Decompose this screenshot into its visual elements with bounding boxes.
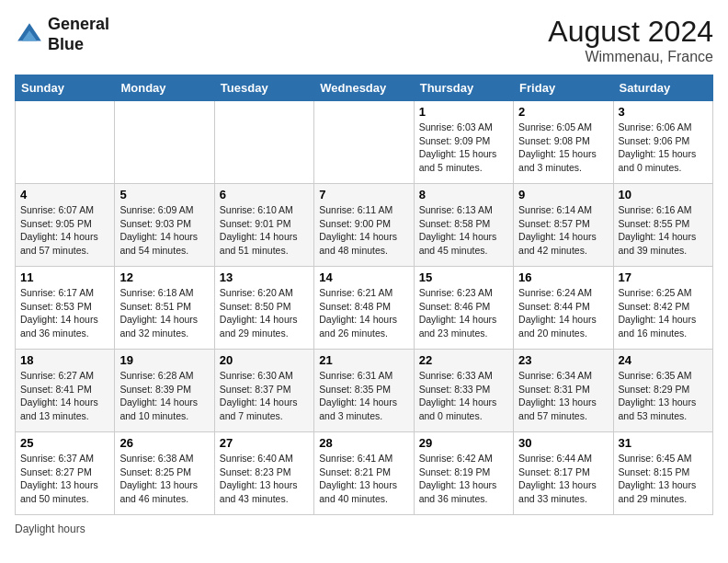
day-info: Sunrise: 6:05 AM Sunset: 9:08 PM Dayligh…	[518, 121, 608, 175]
calendar-cell: 1Sunrise: 6:03 AM Sunset: 9:09 PM Daylig…	[414, 101, 513, 184]
day-of-week-header: Saturday	[613, 75, 712, 101]
calendar-week-row: 25Sunrise: 6:37 AM Sunset: 8:27 PM Dayli…	[16, 432, 713, 515]
day-number: 7	[319, 188, 408, 201]
day-number: 9	[518, 188, 608, 201]
calendar-cell: 6Sunrise: 6:10 AM Sunset: 9:01 PM Daylig…	[214, 184, 313, 267]
calendar-cell	[214, 101, 313, 184]
day-number: 21	[319, 353, 408, 367]
logo-text: General Blue	[48, 15, 109, 54]
day-number: 16	[518, 270, 608, 284]
calendar-cell: 16Sunrise: 6:24 AM Sunset: 8:44 PM Dayli…	[514, 267, 613, 350]
calendar-cell: 9Sunrise: 6:14 AM Sunset: 8:57 PM Daylig…	[514, 184, 613, 267]
day-number: 22	[419, 353, 508, 367]
calendar-cell: 26Sunrise: 6:38 AM Sunset: 8:25 PM Dayli…	[115, 432, 214, 515]
day-number: 17	[619, 270, 708, 284]
day-number: 13	[220, 270, 309, 284]
day-of-week-header: Tuesday	[214, 75, 313, 101]
day-info: Sunrise: 6:24 AM Sunset: 8:44 PM Dayligh…	[518, 286, 608, 340]
month-year: August 2024	[548, 15, 713, 49]
day-info: Sunrise: 6:27 AM Sunset: 8:41 PM Dayligh…	[20, 369, 109, 423]
calendar-cell: 24Sunrise: 6:35 AM Sunset: 8:29 PM Dayli…	[613, 350, 712, 432]
day-info: Sunrise: 6:25 AM Sunset: 8:42 PM Dayligh…	[619, 286, 708, 340]
calendar-table: SundayMondayTuesdayWednesdayThursdayFrid…	[15, 75, 713, 515]
day-info: Sunrise: 6:03 AM Sunset: 9:09 PM Dayligh…	[419, 121, 508, 175]
day-number: 10	[619, 188, 708, 201]
day-of-week-header: Monday	[115, 75, 214, 101]
day-number: 30	[518, 436, 608, 450]
calendar-cell: 21Sunrise: 6:31 AM Sunset: 8:35 PM Dayli…	[314, 350, 414, 432]
day-info: Sunrise: 6:07 AM Sunset: 9:05 PM Dayligh…	[20, 203, 109, 258]
day-info: Sunrise: 6:16 AM Sunset: 8:55 PM Dayligh…	[619, 203, 708, 258]
day-number: 20	[220, 353, 309, 367]
calendar-cell: 31Sunrise: 6:45 AM Sunset: 8:15 PM Dayli…	[613, 432, 712, 515]
day-info: Sunrise: 6:21 AM Sunset: 8:48 PM Dayligh…	[319, 286, 408, 340]
calendar-week-row: 1Sunrise: 6:03 AM Sunset: 9:09 PM Daylig…	[16, 101, 713, 184]
calendar-cell: 13Sunrise: 6:20 AM Sunset: 8:50 PM Dayli…	[214, 267, 313, 350]
location: Wimmenau, France	[548, 49, 713, 65]
day-number: 2	[518, 105, 608, 119]
calendar-header-row: SundayMondayTuesdayWednesdayThursdayFrid…	[16, 75, 713, 101]
calendar-cell: 22Sunrise: 6:33 AM Sunset: 8:33 PM Dayli…	[414, 350, 513, 432]
day-info: Sunrise: 6:41 AM Sunset: 8:21 PM Dayligh…	[319, 452, 408, 506]
day-number: 26	[119, 436, 209, 450]
day-info: Sunrise: 6:28 AM Sunset: 8:39 PM Dayligh…	[119, 369, 209, 423]
calendar-cell: 15Sunrise: 6:23 AM Sunset: 8:46 PM Dayli…	[414, 267, 513, 350]
day-info: Sunrise: 6:09 AM Sunset: 9:03 PM Dayligh…	[119, 203, 209, 258]
day-number: 5	[119, 188, 209, 201]
day-info: Sunrise: 6:38 AM Sunset: 8:25 PM Dayligh…	[119, 452, 209, 506]
day-number: 8	[419, 188, 508, 201]
calendar-cell: 12Sunrise: 6:18 AM Sunset: 8:51 PM Dayli…	[115, 267, 214, 350]
day-info: Sunrise: 6:11 AM Sunset: 9:00 PM Dayligh…	[319, 203, 408, 258]
day-info: Sunrise: 6:37 AM Sunset: 8:27 PM Dayligh…	[20, 452, 109, 506]
calendar-cell: 28Sunrise: 6:41 AM Sunset: 8:21 PM Dayli…	[314, 432, 414, 515]
footer: Daylight hours	[15, 523, 713, 535]
logo: General Blue	[15, 15, 109, 54]
calendar-cell: 17Sunrise: 6:25 AM Sunset: 8:42 PM Dayli…	[613, 267, 712, 350]
day-number: 11	[20, 270, 109, 284]
day-number: 19	[119, 353, 209, 367]
title-block: August 2024 Wimmenau, France	[548, 15, 713, 65]
calendar-cell: 4Sunrise: 6:07 AM Sunset: 9:05 PM Daylig…	[16, 184, 115, 267]
day-number: 27	[220, 436, 309, 450]
day-number: 28	[319, 436, 408, 450]
day-info: Sunrise: 6:34 AM Sunset: 8:31 PM Dayligh…	[518, 369, 608, 423]
calendar-cell: 10Sunrise: 6:16 AM Sunset: 8:55 PM Dayli…	[613, 184, 712, 267]
day-of-week-header: Thursday	[414, 75, 513, 101]
day-of-week-header: Friday	[514, 75, 613, 101]
calendar-cell: 25Sunrise: 6:37 AM Sunset: 8:27 PM Dayli…	[16, 432, 115, 515]
day-info: Sunrise: 6:44 AM Sunset: 8:17 PM Dayligh…	[518, 452, 608, 506]
day-info: Sunrise: 6:40 AM Sunset: 8:23 PM Dayligh…	[220, 452, 309, 506]
calendar-cell: 27Sunrise: 6:40 AM Sunset: 8:23 PM Dayli…	[214, 432, 313, 515]
day-info: Sunrise: 6:17 AM Sunset: 8:53 PM Dayligh…	[20, 286, 109, 340]
calendar-cell: 7Sunrise: 6:11 AM Sunset: 9:00 PM Daylig…	[314, 184, 414, 267]
day-info: Sunrise: 6:20 AM Sunset: 8:50 PM Dayligh…	[220, 286, 309, 340]
day-info: Sunrise: 6:23 AM Sunset: 8:46 PM Dayligh…	[419, 286, 508, 340]
footer-label: Daylight hours	[15, 523, 85, 535]
day-info: Sunrise: 6:13 AM Sunset: 8:58 PM Dayligh…	[419, 203, 508, 258]
day-number: 14	[319, 270, 408, 284]
calendar-cell: 2Sunrise: 6:05 AM Sunset: 9:08 PM Daylig…	[514, 101, 613, 184]
day-number: 18	[20, 353, 109, 367]
day-number: 6	[220, 188, 309, 201]
calendar-cell	[115, 101, 214, 184]
day-number: 31	[619, 436, 708, 450]
day-number: 3	[619, 105, 708, 119]
day-number: 1	[419, 105, 508, 119]
page-header: General Blue August 2024 Wimmenau, Franc…	[15, 15, 713, 65]
day-of-week-header: Wednesday	[314, 75, 414, 101]
day-number: 25	[20, 436, 109, 450]
day-number: 29	[419, 436, 508, 450]
day-info: Sunrise: 6:30 AM Sunset: 8:37 PM Dayligh…	[220, 369, 309, 423]
day-number: 15	[419, 270, 508, 284]
calendar-cell: 14Sunrise: 6:21 AM Sunset: 8:48 PM Dayli…	[314, 267, 414, 350]
day-info: Sunrise: 6:31 AM Sunset: 8:35 PM Dayligh…	[319, 369, 408, 423]
calendar-cell: 20Sunrise: 6:30 AM Sunset: 8:37 PM Dayli…	[214, 350, 313, 432]
day-info: Sunrise: 6:45 AM Sunset: 8:15 PM Dayligh…	[619, 452, 708, 506]
calendar-cell: 3Sunrise: 6:06 AM Sunset: 9:06 PM Daylig…	[613, 101, 712, 184]
day-number: 12	[119, 270, 209, 284]
calendar-cell	[16, 101, 115, 184]
calendar-cell: 23Sunrise: 6:34 AM Sunset: 8:31 PM Dayli…	[514, 350, 613, 432]
logo-icon	[15, 20, 44, 50]
day-info: Sunrise: 6:42 AM Sunset: 8:19 PM Dayligh…	[419, 452, 508, 506]
day-info: Sunrise: 6:35 AM Sunset: 8:29 PM Dayligh…	[619, 369, 708, 423]
